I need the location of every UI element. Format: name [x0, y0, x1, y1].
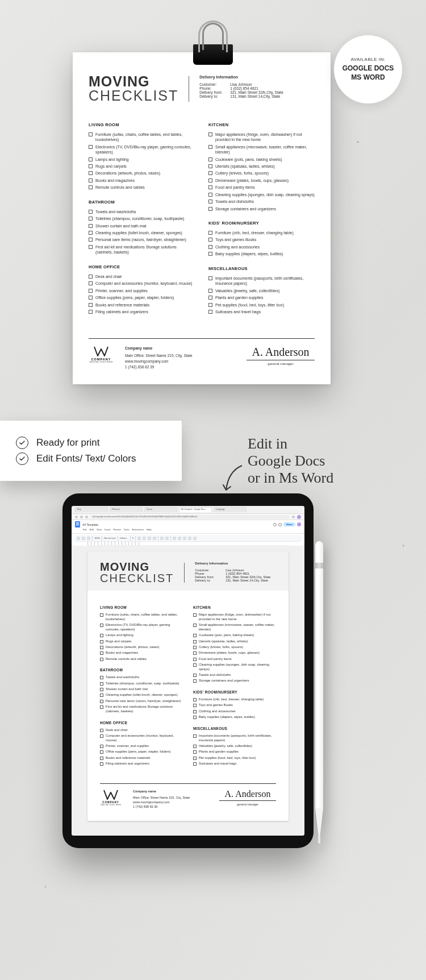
profile-avatar[interactable]: [297, 515, 301, 519]
checkbox-icon[interactable]: [89, 217, 93, 221]
checkbox-icon[interactable]: [208, 185, 212, 189]
link-icon[interactable]: [160, 537, 164, 540]
redo-icon[interactable]: [82, 537, 85, 540]
bold-icon[interactable]: [137, 537, 141, 540]
checkbox-icon[interactable]: [193, 613, 197, 617]
checkbox-icon[interactable]: [89, 210, 93, 214]
checkbox-icon[interactable]: [193, 624, 197, 627]
browser-tab[interactable]: Language: [214, 507, 247, 512]
checkbox-icon[interactable]: [89, 296, 93, 300]
checkbox-icon[interactable]: [100, 757, 103, 760]
menu-item[interactable]: View: [97, 528, 102, 531]
checkbox-icon[interactable]: [208, 193, 212, 197]
docs-ruler[interactable]: [87, 542, 289, 546]
checkbox-icon[interactable]: [100, 688, 103, 691]
checkbox-icon[interactable]: [100, 658, 103, 661]
menu-item[interactable]: Format: [113, 528, 120, 531]
checkbox-icon[interactable]: [89, 289, 93, 293]
checkbox-icon[interactable]: [100, 694, 103, 697]
checkbox-icon[interactable]: [100, 624, 103, 627]
checkbox-icon[interactable]: [100, 640, 103, 643]
checkbox-icon[interactable]: [193, 750, 197, 754]
browser-tab-active[interactable]: A4 Template - Google Docs: [179, 507, 212, 512]
menu-item[interactable]: Insert: [105, 528, 110, 531]
meet-icon[interactable]: [278, 523, 282, 526]
reload-icon[interactable]: [85, 516, 88, 518]
checkbox-icon[interactable]: [89, 238, 93, 242]
checkbox-icon[interactable]: [89, 224, 93, 228]
checkbox-icon[interactable]: [208, 289, 212, 293]
checkbox-icon[interactable]: [208, 310, 212, 314]
checkbox-icon[interactable]: [193, 640, 197, 643]
checkbox-icon[interactable]: [89, 171, 93, 175]
checkbox-icon[interactable]: [193, 698, 197, 701]
line-spacing-icon[interactable]: [178, 537, 181, 540]
font-size[interactable]: 9: [132, 537, 133, 539]
nav-back-icon[interactable]: [75, 516, 78, 518]
checkbox-icon[interactable]: [208, 178, 212, 182]
checkbox-icon[interactable]: [193, 663, 197, 667]
nav-forward-icon[interactable]: [80, 516, 83, 518]
browser-tab[interactable]: Etsy: [75, 507, 108, 512]
checkbox-icon[interactable]: [100, 762, 103, 766]
font-select[interactable]: Urbani...: [120, 537, 128, 539]
checkbox-icon[interactable]: [100, 676, 103, 679]
checkbox-icon[interactable]: [208, 252, 212, 256]
checkbox-icon[interactable]: [100, 700, 103, 703]
checkbox-icon[interactable]: [208, 245, 212, 249]
checkbox-icon[interactable]: [193, 745, 197, 748]
browser-tab[interactable]: Pinterest: [110, 507, 143, 512]
checkbox-icon[interactable]: [208, 157, 212, 161]
menu-item[interactable]: Edit: [90, 528, 94, 531]
text-color-icon[interactable]: [153, 537, 156, 540]
checkbox-icon[interactable]: [208, 164, 212, 168]
checkbox-icon[interactable]: [193, 646, 197, 649]
checkbox-icon[interactable]: [193, 716, 197, 719]
checkbox-icon[interactable]: [208, 238, 212, 242]
list-icon[interactable]: [183, 537, 186, 540]
checkbox-icon[interactable]: [193, 762, 197, 766]
checkbox-icon[interactable]: [193, 674, 197, 677]
checkbox-icon[interactable]: [208, 303, 212, 307]
checkbox-icon[interactable]: [208, 276, 212, 280]
checkbox-icon[interactable]: [193, 658, 197, 661]
italic-icon[interactable]: [143, 537, 146, 540]
checkbox-icon[interactable]: [100, 613, 103, 617]
checkbox-icon[interactable]: [89, 281, 93, 285]
checkbox-icon[interactable]: [89, 310, 93, 314]
checkbox-icon[interactable]: [193, 710, 197, 713]
menu-item[interactable]: Extensions: [132, 528, 144, 531]
docs-toolbar[interactable]: 100% Normal text Urbani... 9: [74, 535, 302, 542]
checkbox-icon[interactable]: [89, 185, 93, 189]
browser-url-bar[interactable]: docs.google.com/document/d/1xK9zQp8mNvRt…: [72, 514, 304, 520]
comment-icon[interactable]: [273, 523, 277, 526]
checkbox-icon[interactable]: [208, 145, 212, 149]
print-icon[interactable]: [87, 537, 90, 540]
checkbox-icon[interactable]: [89, 275, 93, 279]
checkbox-icon[interactable]: [100, 705, 103, 709]
numbered-list-icon[interactable]: [188, 537, 191, 540]
google-docs-icon[interactable]: [75, 521, 80, 528]
checkbox-icon[interactable]: [100, 682, 103, 686]
checkbox-icon[interactable]: [100, 734, 103, 738]
checkbox-icon[interactable]: [193, 679, 197, 683]
undo-icon[interactable]: [77, 537, 80, 540]
checkbox-icon[interactable]: [193, 704, 197, 707]
checkbox-icon[interactable]: [193, 734, 197, 738]
browser-tab-bar[interactable]: Etsy Pinterest Canva A4 Template - Googl…: [72, 506, 304, 514]
checkbox-icon[interactable]: [193, 757, 197, 760]
checkbox-icon[interactable]: [100, 651, 103, 655]
checkbox-icon[interactable]: [208, 231, 212, 235]
checkbox-icon[interactable]: [208, 171, 212, 175]
checkbox-icon[interactable]: [208, 132, 212, 136]
checkbox-icon[interactable]: [100, 646, 103, 649]
extension-icon[interactable]: [292, 516, 295, 518]
checkbox-icon[interactable]: [100, 745, 103, 748]
url-field[interactable]: docs.google.com/document/d/1xK9zQp8mNvRt…: [90, 515, 290, 519]
checkbox-icon[interactable]: [89, 132, 93, 136]
checkbox-icon[interactable]: [193, 634, 197, 637]
checkbox-icon[interactable]: [89, 157, 93, 161]
menu-item[interactable]: Tools: [124, 528, 130, 531]
docs-canvas[interactable]: MOVINGCHECKLISTDelivery InformationCusto…: [72, 546, 304, 836]
checkbox-icon[interactable]: [100, 729, 103, 732]
